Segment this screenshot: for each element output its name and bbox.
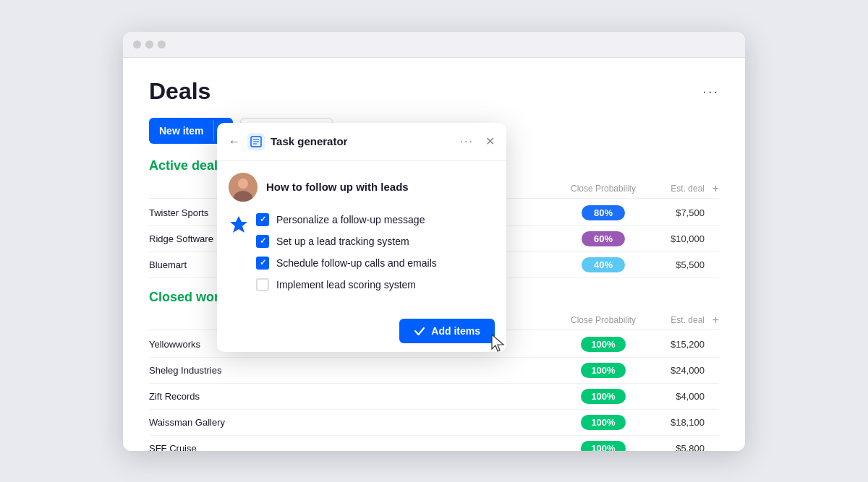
modal-close-button[interactable]: ✕	[485, 134, 495, 148]
row-name: Zift Records	[149, 391, 265, 402]
row-name: Waissman Gallery	[149, 417, 265, 428]
browser-dot-1	[133, 40, 141, 48]
prob-pill: 100%	[581, 415, 625, 430]
page-menu-button[interactable]: ···	[702, 83, 719, 100]
add-items-button[interactable]: Add items	[399, 319, 495, 343]
prob-pill: 40%	[582, 257, 625, 272]
prob-pill: 100%	[581, 337, 625, 352]
row-deal: $24,000	[647, 365, 705, 376]
ai-branding-row: Personalize a follow-up message Set up a…	[229, 213, 495, 291]
row-deal: $15,200	[647, 339, 705, 350]
page-title: Deals	[149, 78, 210, 105]
modal-body: How to follow up with leads Personalize …	[217, 161, 506, 310]
row-deal: $5,500	[647, 259, 705, 270]
browser-chrome	[123, 32, 745, 58]
ai-logo-icon	[229, 215, 249, 235]
modal-menu-button[interactable]: ···	[460, 135, 474, 148]
browser-dot-2	[145, 40, 153, 48]
modal-header: ← Task generator ··· ✕	[217, 123, 506, 161]
prompt-row: How to follow up with leads	[229, 173, 495, 202]
prob-badge: 100%	[560, 441, 647, 451]
row-deal: $18,100	[647, 417, 705, 428]
col-header-prob-2: Close Probability	[560, 315, 647, 325]
row-deal: $10,000	[647, 233, 705, 244]
col-header-plus-2[interactable]: +	[705, 314, 719, 327]
row-deal: $5,800	[647, 443, 705, 451]
add-items-label: Add items	[431, 325, 480, 337]
prob-pill: 100%	[581, 389, 625, 404]
task-checkbox[interactable]	[256, 278, 269, 291]
avatar-image	[229, 173, 258, 202]
prob-badge: 80%	[560, 205, 647, 220]
prompt-text: How to follow up with leads	[266, 181, 409, 193]
col-header-deal: Est. deal	[647, 184, 705, 194]
task-item: Implement lead scoring system	[256, 278, 495, 291]
task-item: Set up a lead tracking system	[256, 235, 495, 248]
task-label: Implement lead scoring system	[276, 279, 416, 291]
prob-badge: 40%	[560, 257, 647, 272]
prob-pill: 100%	[581, 363, 625, 378]
prob-pill: 100%	[581, 441, 625, 451]
row-deal: $4,000	[647, 391, 705, 402]
task-checkbox[interactable]	[256, 257, 269, 270]
table-row: Zift Records 100% $4,000	[149, 384, 719, 410]
task-item: Personalize a follow-up message	[256, 213, 495, 226]
prob-badge: 100%	[560, 389, 647, 404]
task-label: Personalize a follow-up message	[276, 214, 425, 225]
prob-badge: 100%	[560, 415, 647, 430]
new-item-label: New item	[149, 119, 213, 142]
prob-pill: 80%	[582, 205, 625, 220]
modal-footer: Add items	[217, 310, 506, 352]
prob-badge: 60%	[560, 231, 647, 246]
prob-badge: 100%	[560, 363, 647, 378]
cursor-icon	[489, 333, 506, 352]
modal-icon	[247, 133, 265, 150]
col-header-prob: Close Probability	[560, 184, 647, 194]
col-header-deal-2: Est. deal	[647, 315, 705, 325]
svg-point-5	[238, 178, 248, 189]
row-name: Sheleg Industries	[149, 365, 265, 376]
task-label: Schedule follow-up calls and emails	[276, 257, 437, 269]
table-row: SFF Cruise 100% $5,800	[149, 436, 719, 451]
add-items-check-icon	[414, 325, 425, 337]
task-checkbox[interactable]	[256, 213, 269, 226]
task-generator-modal: ← Task generator ··· ✕	[217, 123, 506, 352]
table-row: Sheleg Industries 100% $24,000	[149, 358, 719, 384]
row-deal: $7,500	[647, 207, 705, 218]
tasks-list: Personalize a follow-up message Set up a…	[256, 213, 495, 291]
prob-badge: 100%	[560, 337, 647, 352]
table-row: Waissman Gallery 100% $18,100	[149, 410, 719, 436]
row-name: SFF Cruise	[149, 443, 265, 451]
browser-dot-3	[158, 40, 166, 48]
task-label: Set up a lead tracking system	[276, 236, 409, 247]
col-header-plus[interactable]: +	[705, 182, 719, 195]
avatar	[229, 173, 258, 202]
modal-back-button[interactable]: ←	[229, 135, 240, 148]
modal-title: Task generator	[271, 135, 454, 147]
prob-pill: 60%	[582, 231, 625, 246]
page-header: Deals ···	[149, 78, 719, 105]
task-checkbox[interactable]	[256, 235, 269, 248]
task-item: Schedule follow-up calls and emails	[256, 257, 495, 270]
